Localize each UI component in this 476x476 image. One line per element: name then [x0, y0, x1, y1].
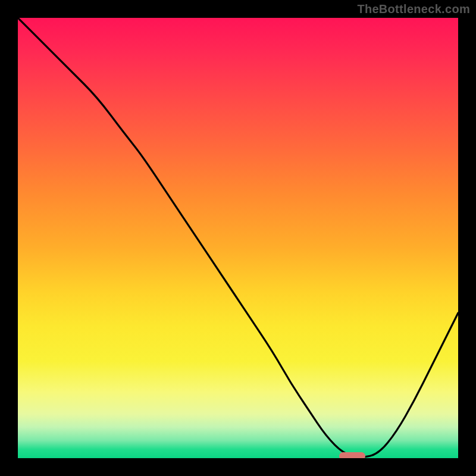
- plot-area: [18, 18, 458, 458]
- bottleneck-curve: [18, 18, 458, 458]
- watermark-text: TheBottleneck.com: [357, 2, 470, 16]
- chart-container: TheBottleneck.com: [0, 0, 476, 476]
- optimal-marker: [339, 452, 365, 458]
